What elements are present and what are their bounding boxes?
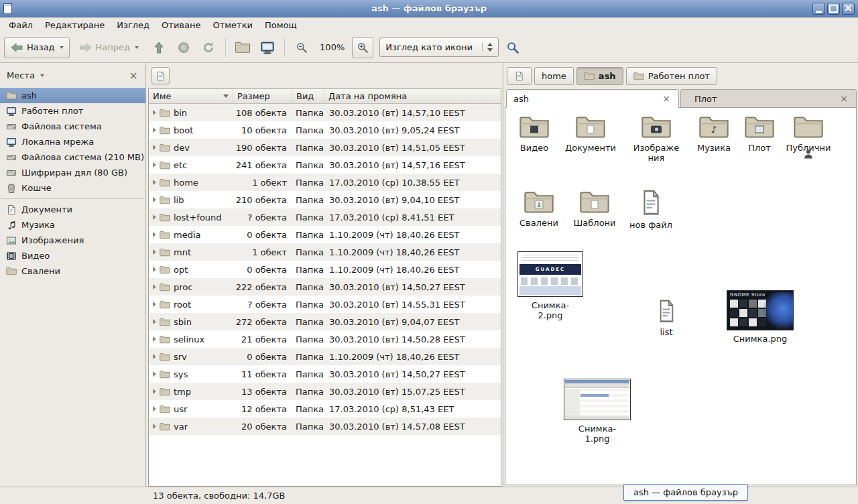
file-icon-downloads[interactable]: Свалени (511, 190, 567, 228)
sidebar-title[interactable]: Места (7, 70, 35, 80)
file-icon-snimka[interactable]: GNOME Store Снимка.png (727, 290, 794, 344)
sidebar-item-music[interactable]: Музика (0, 217, 145, 233)
sidebar-item-pictures[interactable]: Изображения (0, 233, 145, 248)
table-row[interactable]: sys11 обектаПапка30.03.2010 (вт) 14,50,2… (149, 365, 501, 383)
up-button[interactable] (148, 37, 170, 58)
column-header-name[interactable]: Име (149, 89, 233, 103)
expander-icon[interactable] (153, 371, 156, 377)
minimize-button[interactable] (812, 3, 825, 15)
column-header-type[interactable]: Вид (292, 89, 324, 103)
expander-icon[interactable] (153, 424, 156, 429)
expander-icon[interactable] (153, 127, 156, 133)
table-row[interactable]: media0 обектаПапка1.10.2009 (чт) 18,40,2… (149, 226, 501, 243)
table-row[interactable]: sbin272 обектаПапка30.03.2010 (вт) 9,04,… (149, 313, 501, 330)
expander-icon[interactable] (153, 284, 156, 290)
file-icon-templates[interactable]: Шаблони (566, 190, 623, 228)
menu-go[interactable]: Отиване (156, 19, 206, 32)
table-row[interactable]: dev190 обектаПапка30.03.2010 (вт) 14,51,… (149, 139, 501, 156)
sidebar-item-videos[interactable]: Видео (0, 248, 145, 263)
expander-icon[interactable] (153, 267, 156, 272)
pathbar-desktop-button[interactable]: Работен плот (626, 67, 717, 85)
stop-button[interactable] (173, 37, 194, 58)
table-row[interactable]: selinux21 обектаПапка30.03.2010 (вт) 14,… (149, 330, 501, 348)
file-icon-new-file[interactable]: нов файл (623, 188, 679, 230)
sidebar-item-downloads[interactable]: Свалени (0, 263, 145, 279)
tab-close-icon[interactable] (839, 93, 849, 104)
menu-view[interactable]: Изглед (111, 19, 156, 32)
table-row[interactable]: srv0 обектаПапка1.10.2009 (чт) 18,40,26 … (149, 348, 501, 365)
sidebar-item-documents[interactable]: Документи (0, 202, 145, 217)
table-row[interactable]: mnt1 обектПапка1.10.2009 (чт) 18,40,26 E… (149, 243, 501, 261)
menu-edit[interactable]: Редактиране (39, 19, 111, 32)
search-button[interactable] (502, 37, 524, 58)
table-row[interactable]: tmp13 обектаПапка30.03.2010 (вт) 15,07,2… (149, 383, 501, 400)
zoom-in-button[interactable] (352, 37, 373, 58)
computer-button[interactable] (257, 37, 278, 58)
table-row[interactable]: boot10 обектаПапка30.03.2010 (вт) 9,05,2… (149, 121, 501, 139)
table-row[interactable]: bin108 обектаПапка30.03.2010 (вт) 14,57,… (149, 104, 501, 121)
sidebar-close-button[interactable] (128, 70, 139, 81)
column-header-date[interactable]: Дата на промяна (324, 89, 501, 103)
sidebar-item-ash[interactable]: ash (0, 88, 145, 103)
tab-plot[interactable]: Плот (680, 89, 857, 107)
reload-button[interactable] (198, 37, 219, 58)
expander-icon[interactable] (153, 319, 156, 324)
menu-file[interactable]: Файл (3, 19, 39, 32)
table-row[interactable]: home1 обектПапка17.03.2010 (ср) 10,38,55… (149, 174, 501, 191)
table-row[interactable]: usr12 обектаПапка17.03.2010 (ср) 8,51,43… (149, 400, 501, 418)
table-row[interactable]: lib210 обектаПапка30.03.2010 (вт) 9,04,1… (149, 191, 501, 208)
table-row[interactable]: var20 обектаПапка30.03.2010 (вт) 14,57,0… (149, 418, 501, 435)
expander-icon[interactable] (153, 162, 156, 168)
expander-icon[interactable] (153, 302, 156, 307)
sidebar-item-network[interactable]: Локална мрежа (0, 134, 145, 149)
icon-view[interactable]: Видео Документи Изображения Музика (505, 108, 857, 485)
close-button[interactable] (842, 3, 855, 15)
expander-icon[interactable] (153, 336, 156, 342)
expander-icon[interactable] (153, 232, 156, 237)
pathbar-home-button[interactable]: home (534, 67, 574, 85)
expander-icon[interactable] (153, 354, 156, 359)
sidebar-item-desktop[interactable]: Работен плот (0, 103, 145, 119)
expander-icon[interactable] (153, 389, 156, 394)
view-mode-select[interactable]: Изглед като икони (379, 38, 499, 57)
tab-ash[interactable]: ash (506, 89, 679, 108)
back-button[interactable]: Назад (4, 37, 70, 58)
table-row[interactable]: proc222 обектаПапка30.03.2010 (вт) 14,50… (149, 278, 501, 296)
zoom-out-button[interactable] (291, 37, 312, 58)
expander-icon[interactable] (153, 249, 156, 255)
titlebar[interactable]: ash — файлов браузър (0, 0, 858, 17)
expander-icon[interactable] (153, 110, 156, 115)
forward-button[interactable]: Напред (73, 37, 145, 58)
expander-icon[interactable] (153, 145, 156, 150)
expander-icon[interactable] (153, 197, 156, 202)
menu-bookmarks[interactable]: Отметки (206, 19, 258, 32)
file-icon-images[interactable]: Изображения (628, 115, 684, 163)
sidebar-item-filesystem[interactable]: Файлова система (0, 119, 145, 134)
sidebar-item-encrypted-80gb[interactable]: Шифриран дял (80 GB) (0, 165, 145, 180)
expander-icon[interactable] (153, 180, 156, 185)
taskbar-window-button[interactable]: ash — файлов браузър (623, 484, 748, 501)
home-button[interactable] (232, 37, 253, 58)
pane-icon-button[interactable] (151, 67, 170, 84)
pathbar-icon-button[interactable] (507, 67, 532, 85)
file-icon-video[interactable]: Видео (506, 115, 562, 153)
file-icon-snimka-2[interactable]: GUADEC Снимка-2.png (517, 251, 583, 320)
table-row[interactable]: opt0 обектаПапка1.10.2009 (чт) 18,40,26 … (149, 261, 501, 278)
expander-icon[interactable] (153, 214, 156, 220)
expander-icon[interactable] (153, 406, 156, 412)
table-row[interactable]: root? обектаПапка30.03.2010 (вт) 14,55,3… (149, 296, 501, 313)
maximize-button[interactable] (827, 3, 840, 15)
table-row[interactable]: etc241 обектаПапка30.03.2010 (вт) 14,57,… (149, 156, 501, 174)
table-row[interactable]: lost+found? обектаПапка17.03.2010 (ср) 8… (149, 208, 501, 226)
file-icon-list[interactable]: list (638, 298, 694, 337)
sidebar-item-filesystem-210mb[interactable]: Файлова система (210 MB) (0, 149, 145, 165)
file-icon-public[interactable]: Публични (780, 115, 837, 153)
tab-close-icon[interactable] (661, 93, 672, 104)
column-header-size[interactable]: Размер (233, 89, 292, 103)
file-icon-desktop-folder[interactable]: Плот (731, 115, 788, 153)
pathbar-ash-button[interactable]: ash (576, 67, 623, 85)
sidebar-item-trash[interactable]: Кошче (0, 180, 145, 196)
file-icon-snimka-1[interactable]: Снимка-1.png (564, 379, 631, 444)
file-icon-documents[interactable]: Документи (562, 115, 619, 153)
menu-help[interactable]: Помощ (259, 19, 303, 32)
